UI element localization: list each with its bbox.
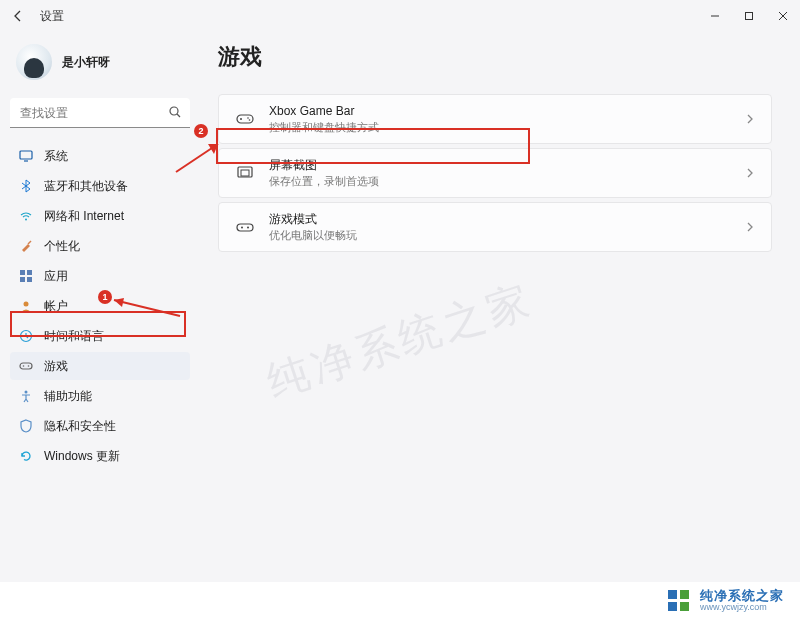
- wifi-icon: [18, 208, 34, 224]
- card-subtitle: 保存位置，录制首选项: [269, 174, 745, 188]
- sidebar-item-label: 隐私和安全性: [44, 418, 116, 435]
- svg-point-24: [247, 227, 249, 229]
- watermark-brand: 纯净系统之家: [700, 589, 784, 603]
- sidebar-item-personalization[interactable]: 个性化: [10, 232, 190, 260]
- close-button[interactable]: [766, 4, 800, 28]
- svg-rect-32: [680, 602, 689, 611]
- account-icon: [18, 298, 34, 314]
- sidebar-item-apps[interactable]: 应用: [10, 262, 190, 290]
- time-icon: [18, 328, 34, 344]
- sidebar-item-bluetooth[interactable]: 蓝牙和其他设备: [10, 172, 190, 200]
- svg-rect-10: [27, 277, 32, 282]
- sidebar-item-system[interactable]: 系统: [10, 142, 190, 170]
- svg-point-23: [241, 227, 243, 229]
- card-title: 屏幕截图: [269, 158, 745, 174]
- svg-rect-1: [746, 13, 753, 20]
- gamemode-icon: [235, 218, 255, 236]
- update-icon: [18, 448, 34, 464]
- sidebar-item-time-language[interactable]: 时间和语言: [10, 322, 190, 350]
- card-subtitle: 优化电脑以便畅玩: [269, 228, 745, 242]
- search-input[interactable]: [10, 98, 190, 128]
- card-subtitle: 控制器和键盘快捷方式: [269, 120, 745, 134]
- svg-rect-22: [237, 224, 253, 231]
- chevron-right-icon: [745, 218, 755, 236]
- svg-rect-29: [668, 590, 677, 599]
- sidebar-item-label: 时间和语言: [44, 328, 104, 345]
- svg-rect-21: [241, 170, 249, 176]
- sidebar-item-label: Windows 更新: [44, 448, 120, 465]
- brush-icon: [18, 238, 34, 254]
- sidebar-item-network[interactable]: 网络和 Internet: [10, 202, 190, 230]
- sidebar-item-label: 辅助功能: [44, 388, 92, 405]
- annotation-badge-1: 1: [98, 290, 112, 304]
- svg-point-16: [25, 391, 28, 394]
- card-xbox-game-bar[interactable]: Xbox Game Bar 控制器和键盘快捷方式: [218, 94, 772, 144]
- svg-point-2: [170, 107, 178, 115]
- sidebar-item-privacy[interactable]: 隐私和安全性: [10, 412, 190, 440]
- apps-icon: [18, 268, 34, 284]
- privacy-icon: [18, 418, 34, 434]
- sidebar-item-label: 网络和 Internet: [44, 208, 124, 225]
- svg-point-19: [249, 119, 251, 121]
- svg-point-15: [28, 365, 30, 367]
- svg-rect-8: [27, 270, 32, 275]
- svg-rect-31: [668, 602, 677, 611]
- sidebar-item-windows-update[interactable]: Windows 更新: [10, 442, 190, 470]
- card-captures[interactable]: 屏幕截图 保存位置，录制首选项: [218, 148, 772, 198]
- svg-rect-17: [237, 115, 253, 123]
- svg-rect-30: [680, 590, 689, 599]
- sidebar-item-accessibility[interactable]: 辅助功能: [10, 382, 190, 410]
- svg-point-18: [247, 117, 249, 119]
- card-game-mode[interactable]: 游戏模式 优化电脑以便畅玩: [218, 202, 772, 252]
- svg-rect-4: [20, 151, 32, 159]
- avatar[interactable]: [16, 44, 52, 80]
- svg-point-14: [23, 365, 25, 367]
- username: 是小轩呀: [62, 54, 110, 71]
- minimize-button[interactable]: [698, 4, 732, 28]
- sidebar-item-label: 应用: [44, 268, 68, 285]
- watermark-url: www.ycwjzy.com: [700, 603, 784, 613]
- sidebar-item-label: 游戏: [44, 358, 68, 375]
- page-title: 游戏: [218, 42, 772, 72]
- watermark-logo-icon: [666, 588, 692, 614]
- bluetooth-icon: [18, 178, 34, 194]
- window-title: 设置: [40, 8, 64, 25]
- svg-point-11: [24, 302, 29, 307]
- accessibility-icon: [18, 388, 34, 404]
- card-title: 游戏模式: [269, 212, 745, 228]
- sidebar-item-label: 蓝牙和其他设备: [44, 178, 128, 195]
- sidebar-item-label: 帐户: [44, 298, 68, 315]
- sidebar-item-label: 系统: [44, 148, 68, 165]
- sidebar-item-label: 个性化: [44, 238, 80, 255]
- card-title: Xbox Game Bar: [269, 104, 745, 120]
- sidebar-item-gaming[interactable]: 游戏: [10, 352, 190, 380]
- svg-point-6: [25, 219, 27, 221]
- chevron-right-icon: [745, 110, 755, 128]
- gamebar-icon: [235, 110, 255, 128]
- capture-icon: [235, 164, 255, 182]
- svg-rect-13: [20, 363, 32, 369]
- game-icon: [18, 358, 34, 374]
- maximize-button[interactable]: [732, 4, 766, 28]
- search-icon: [168, 105, 182, 123]
- svg-rect-7: [20, 270, 25, 275]
- back-button[interactable]: [8, 6, 28, 26]
- system-icon: [18, 148, 34, 164]
- svg-line-3: [177, 114, 180, 117]
- svg-rect-9: [20, 277, 25, 282]
- chevron-right-icon: [745, 164, 755, 182]
- annotation-badge-2: 2: [194, 124, 208, 138]
